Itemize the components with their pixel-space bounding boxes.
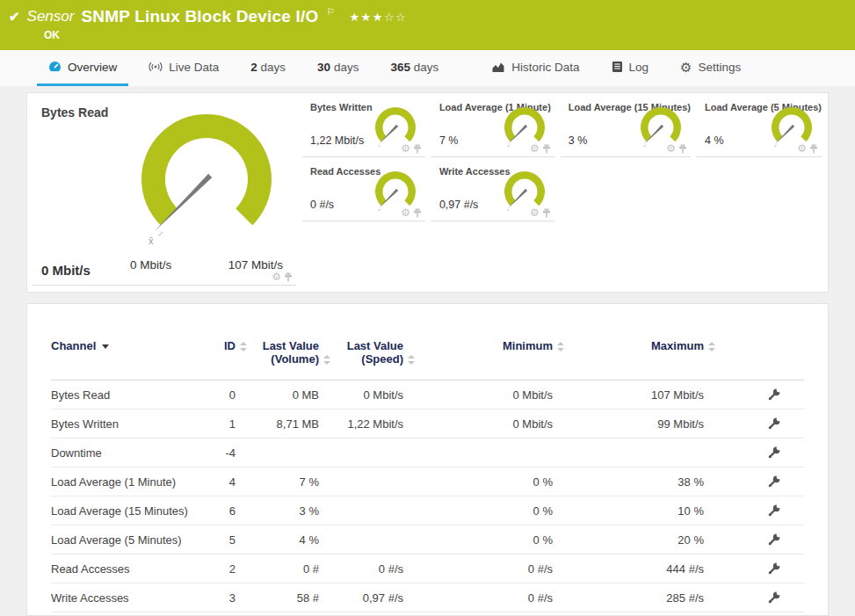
channels-table: Channel ID Last Value (Volume) Last Valu… [51,334,804,612]
channel-row-load-average-15-minutes[interactable]: Load Average (15 Minutes) 6 3 % 0 % 10 % [51,496,804,525]
gauge-tile-bytes-read: Bytes Read x̄ 0 Mbit/s 107 Mbit/s 0 Mbit… [33,93,296,286]
channel-id: 3 [192,583,235,612]
pin-icon[interactable] [678,144,687,154]
edit-channel-icon[interactable] [767,591,781,605]
gear-icon[interactable]: ⚙ [530,207,540,218]
edit-channel-icon[interactable] [767,417,781,431]
overview-panel: Bytes Read x̄ 0 Mbit/s 107 Mbit/s 0 Mbit… [26,92,829,293]
last-value-speed [319,467,403,496]
tab-2-days[interactable]: 2 days [239,50,297,86]
stars-empty: ☆☆ [384,11,407,24]
area-chart-icon [491,62,505,73]
channel-row-load-average-1-minute[interactable]: Load Average (1 Minute) 4 7 % 0 % 38 % [51,467,804,496]
channel-name: Load Average (15 Minutes) [51,496,192,525]
gauge-icon [48,61,62,74]
column-header-maximum[interactable]: Maximum [553,334,704,380]
minimum-value: 0 Mbit/s [403,380,553,409]
column-header-channel[interactable]: Channel [51,334,192,380]
gear-icon[interactable]: ⚙ [272,272,281,282]
gear-icon: ⚙ [680,61,692,74]
sort-icon [708,342,716,351]
table-header-row: Channel ID Last Value (Volume) Last Valu… [51,334,804,380]
gauge-max-label: 107 Mbit/s [228,258,283,272]
last-value-speed [319,496,403,525]
column-header-edit [704,334,804,380]
pin-icon[interactable] [284,272,293,282]
edit-channel-icon[interactable] [767,504,781,518]
flag-icon[interactable]: ⚐ [327,6,336,18]
tab-30-days[interactable]: 30 days [306,50,370,86]
gear-icon[interactable]: ⚙ [797,143,807,154]
average-marker: x̄ [149,236,154,246]
tab-settings[interactable]: ⚙ Settings [669,50,752,86]
channel-id: -4 [192,438,235,467]
channel-row-bytes-read[interactable]: Bytes Read 0 0 MB 0 Mbit/s 0 Mbit/s 107 … [51,380,804,409]
channel-row-bytes-written[interactable]: Bytes Written 1 8,71 MB 1,22 Mbit/s 0 Mb… [51,409,804,438]
column-label: Minimum [503,339,553,352]
last-value-speed: 1,22 Mbit/s [319,409,403,438]
tab-label: Live Data [169,61,219,74]
tab-historic-data[interactable]: Historic Data [480,50,591,86]
column-label: Last Value (Speed) [347,339,403,366]
edit-channel-icon[interactable] [767,475,781,489]
small-gauges-grid: Bytes Written 1,22 Mbit/s ⚙ Load Average… [299,93,828,292]
gauge-value: 3 % [569,134,588,147]
tab-label-number: 30 [317,61,330,74]
minimum-value: 0 % [403,467,553,496]
channel-row-load-average-5-minutes[interactable]: Load Average (5 Minutes) 5 4 % 0 % 20 % [51,525,804,554]
last-value-speed: 0,97 #/s [319,583,403,612]
channel-row-downtime[interactable]: Downtime -4 [51,438,804,467]
column-header-last-value-volume[interactable]: Last Value (Volume) [235,334,319,380]
minimum-value: 0 #/s [403,583,553,612]
priority-stars[interactable]: ★★★☆☆ [349,11,407,24]
tab-overview[interactable]: Overview [37,50,128,86]
column-header-minimum[interactable]: Minimum [403,334,553,380]
minimum-value: 0 #/s [403,554,553,583]
pin-icon[interactable] [413,208,422,218]
gauge-tile-read-accesses: Read Accesses 0 #/s ⚙ [302,157,425,221]
maximum-value: 444 #/s [553,554,704,583]
channel-id: 0 [192,380,235,409]
gauge-value: 0 #/s [310,199,334,211]
pin-icon[interactable] [809,144,818,154]
gear-icon[interactable]: ⚙ [530,143,540,154]
channel-name: Load Average (1 Minute) [51,467,192,496]
edit-channel-icon[interactable] [767,562,781,576]
channel-id: 2 [192,554,235,583]
tab-live-data[interactable]: Live Data [137,50,230,86]
prtg-sensor-page: ✔ Sensor SNMP Linux Block Device I/O ⚐ ★… [0,0,855,616]
gear-icon[interactable]: ⚙ [401,207,410,218]
pin-icon[interactable] [413,144,422,154]
gauge-tile-load-average-15-minutes: Load Average (15 Minutes) 3 % ⚙ [561,93,691,157]
minimum-value: 0 % [403,525,553,554]
gauge-tile-load-average-1-minute: Load Average (1 Minute) 7 % ⚙ [431,93,554,157]
tab-365-days[interactable]: 365 days [379,50,450,86]
log-document-icon [612,61,623,73]
pin-icon[interactable] [542,144,551,154]
channel-row-read-accesses[interactable]: Read Accesses 2 0 # 0 #/s 0 #/s 444 #/s [51,554,804,583]
tab-label: Log [629,61,649,74]
tab-log[interactable]: Log [600,50,661,86]
tab-label-number: 2 [250,61,257,74]
gauge-min-label: 0 Mbit/s [130,258,171,272]
edit-channel-icon[interactable] [767,388,781,402]
edit-channel-icon[interactable] [767,533,781,547]
gauge-chart: x̄ [127,107,286,257]
column-header-id[interactable]: ID [192,334,235,380]
status-badge: OK [44,29,60,41]
gauge-tile-load-average-5-minutes: Load Average (5 Minutes) 4 % ⚙ [697,93,822,157]
last-value-volume [235,438,319,467]
tab-label: Historic Data [511,61,579,74]
stars-filled: ★★★ [349,11,383,24]
edit-channel-icon[interactable] [767,446,781,460]
sort-caret-icon [102,344,109,349]
channel-name: Bytes Written [51,409,192,438]
gauge-tile-write-accesses: Write Accesses 0,97 #/s ⚙ [431,157,554,221]
channel-row-write-accesses[interactable]: Write Accesses 3 58 # 0,97 #/s 0 #/s 285… [51,583,804,612]
gear-icon[interactable]: ⚙ [666,143,676,154]
column-header-last-value-speed[interactable]: Last Value (Speed) [319,334,403,380]
pin-icon[interactable] [542,208,551,218]
last-value-volume: 58 # [235,583,319,612]
column-label: Last Value (Volume) [263,339,319,366]
gear-icon[interactable]: ⚙ [401,143,410,154]
